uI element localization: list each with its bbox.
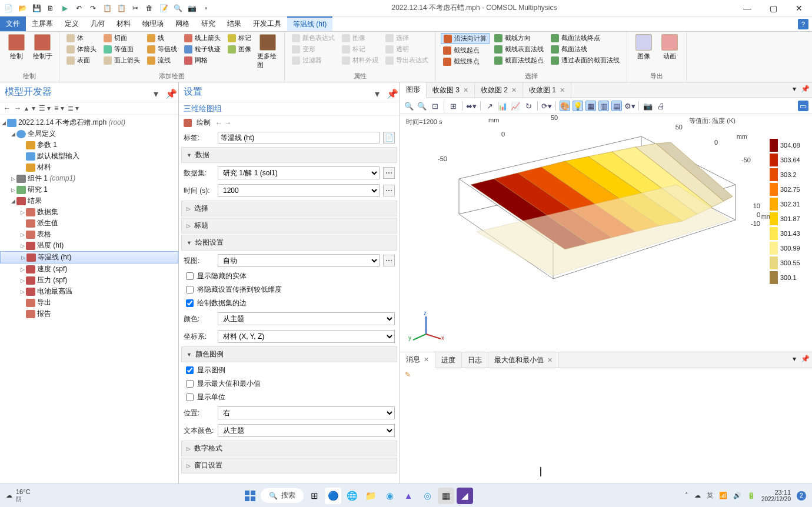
tab-physics[interactable]: 物理场 [137, 16, 169, 31]
view-ext-button[interactable]: ⋯ [383, 255, 395, 266]
orbit-icon[interactable]: ↻ [523, 101, 534, 111]
surf-normal-button[interactable]: 截线表面法线 [492, 44, 546, 54]
surfarrow-button[interactable]: 面上箭头 [101, 55, 142, 65]
msgs-menu-icon[interactable]: ▾ [790, 352, 798, 368]
tab-graphics[interactable]: 图形 [400, 82, 427, 98]
delete-icon[interactable]: 🗑 [145, 4, 154, 13]
chk-propagate[interactable] [186, 286, 194, 293]
grid-icon[interactable]: ▥ [598, 101, 609, 111]
dataset-ext-button[interactable]: ⋯ [383, 167, 395, 179]
wifi-icon[interactable]: 📶 [719, 492, 727, 499]
undo-icon[interactable]: ↶ [74, 4, 84, 13]
tab-conv2[interactable]: 收敛图 2✕ [475, 82, 523, 98]
edge-icon[interactable]: 🌐 [344, 488, 360, 504]
tree-down-icon[interactable]: ▾ [32, 104, 35, 112]
cut-icon[interactable]: ✂ [131, 4, 140, 13]
time-ext-button[interactable]: ⋯ [383, 185, 395, 196]
taskbar-search[interactable]: 🔍搜索 [261, 488, 304, 503]
zoom-out-icon[interactable]: 🔍 [417, 101, 427, 111]
tab-conv1[interactable]: 收敛图 1✕ [523, 82, 571, 98]
default-view-icon[interactable]: 📈 [510, 101, 521, 111]
tab-file[interactable]: 文件 [0, 16, 26, 31]
xyz-icon[interactable]: ⬌▾ [466, 101, 477, 111]
comsol-icon[interactable]: ▦ [438, 488, 454, 504]
tree-isotherm[interactable]: ▷等温线 (ht) [0, 251, 178, 263]
prop-icon[interactable]: 📝 [159, 4, 168, 13]
linearrow-button[interactable]: 线上箭头 [182, 33, 223, 43]
tab-definitions[interactable]: 定义 [59, 16, 85, 31]
face-origin-button[interactable]: 截面法线起点 [492, 55, 546, 65]
tree-collapse-icon[interactable]: ≡ ▾ [54, 104, 64, 112]
tree-fwd-icon[interactable]: → [14, 104, 21, 112]
through-surf-button[interactable]: 通过表面的截面法线 [548, 55, 622, 65]
txtcol-select[interactable]: 从主题 [218, 424, 395, 437]
settings-plot-button[interactable]: 绘制 [197, 118, 211, 128]
reload-icon[interactable]: ⟳▾ [541, 101, 552, 111]
section-legend[interactable]: ▼颜色图例 [181, 346, 397, 362]
tab-study[interactable]: 研究 [195, 16, 221, 31]
image-button[interactable]: 图像 [225, 44, 254, 54]
close-icon[interactable]: ✕ [547, 356, 553, 364]
tab-results[interactable]: 结果 [221, 16, 247, 31]
copy-icon[interactable]: 📋 [102, 4, 112, 13]
plot-button[interactable]: 绘制 [5, 33, 28, 62]
section-plotsettings[interactable]: ▼绘图设置 [181, 235, 397, 251]
print-icon[interactable]: 🖨 [655, 101, 666, 111]
tree-temp[interactable]: ▷温度 (ht) [0, 240, 178, 251]
maximize-button[interactable]: ▢ [760, 0, 786, 16]
tree-comp1[interactable]: ▷组件 1 (comp1) [0, 173, 178, 184]
plot-3d-view[interactable]: 时间=1200 s mm 50 0 -50 等值面: 温度 (K) 50 -50… [400, 114, 812, 352]
task-view-icon[interactable]: ⊞ [306, 488, 322, 504]
dataset-select[interactable]: 研究 1/解 1 (sol1) [218, 166, 380, 179]
brush-icon[interactable]: ✎ [405, 371, 411, 379]
settings-pin-icon[interactable]: 📌 [387, 88, 395, 96]
moreplots-button[interactable]: 更多绘图 [256, 33, 279, 71]
mark-button[interactable]: 标记 [225, 33, 254, 43]
line-dir-button[interactable]: 截线方向 [492, 33, 546, 43]
tab-log[interactable]: 日志 [462, 352, 488, 368]
chk-unit[interactable] [186, 393, 194, 401]
pos-select[interactable]: 右 [218, 406, 395, 419]
tree-params[interactable]: 参数 1 [0, 139, 178, 151]
line-start-button[interactable]: 截线起点 [441, 45, 490, 55]
face-end-button[interactable]: 截面法线终点 [548, 33, 622, 43]
task-app3-icon[interactable]: ▲ [400, 488, 417, 504]
chk-hidden[interactable] [186, 272, 194, 280]
axes-icon[interactable]: ▤ [611, 101, 622, 111]
time-select[interactable]: 1200 [218, 184, 380, 197]
run-icon[interactable]: ▶ [60, 4, 69, 13]
zoom-in-icon[interactable]: 🔍 [404, 101, 414, 111]
close-icon[interactable]: ✕ [560, 86, 565, 94]
scene-icon[interactable]: ⚙▾ [624, 101, 635, 111]
tree-report[interactable]: 报告 [0, 308, 178, 319]
gotoxy-icon[interactable]: ↗ [484, 101, 495, 111]
chk-minmax[interactable] [186, 380, 194, 388]
task-app1-icon[interactable]: 🔵 [325, 488, 341, 504]
tab-geometry[interactable]: 几何 [85, 16, 111, 31]
notification-badge[interactable]: 2 [797, 491, 806, 501]
tree-datasets[interactable]: ▷数据集 [0, 206, 178, 218]
bodyarrow-button[interactable]: 体箭头 [64, 44, 99, 54]
view-icon[interactable]: 📊 [497, 101, 508, 111]
onedrive-icon[interactable]: ☁ [694, 492, 701, 499]
tree-filter-icon[interactable]: ≣ ▾ [68, 104, 79, 112]
tab-home[interactable]: 主屏幕 [26, 16, 59, 31]
label-input[interactable] [218, 132, 380, 144]
open-icon[interactable]: 📂 [18, 4, 27, 13]
color-select[interactable]: 从主题 [218, 312, 395, 325]
wire-icon[interactable]: ▦ [585, 101, 596, 111]
panel-menu-icon[interactable]: ▾ [154, 88, 162, 96]
ptraj-button[interactable]: 粒子轨迹 [182, 44, 223, 54]
redo-icon[interactable]: ↷ [88, 4, 98, 13]
along-normal-button[interactable]: 沿法向计算 [441, 33, 490, 44]
volume-icon[interactable]: 🔊 [733, 492, 741, 499]
messages-body[interactable]: ✎ [400, 368, 812, 485]
find-icon[interactable]: 🔍 [173, 4, 182, 13]
explorer-icon[interactable]: 📁 [362, 488, 379, 504]
tree-pressure[interactable]: ▷压力 (spf) [0, 275, 178, 286]
model-tree[interactable]: ◢2022.12.14 不考虑石蜡.mph (root) ◢全局定义 参数 1 … [0, 115, 178, 485]
new-icon[interactable]: 📄 [4, 4, 13, 13]
chk-edges[interactable] [186, 299, 194, 307]
tab-materials[interactable]: 材料 [111, 16, 137, 31]
msgs-pin-icon[interactable]: 📌 [798, 352, 812, 368]
